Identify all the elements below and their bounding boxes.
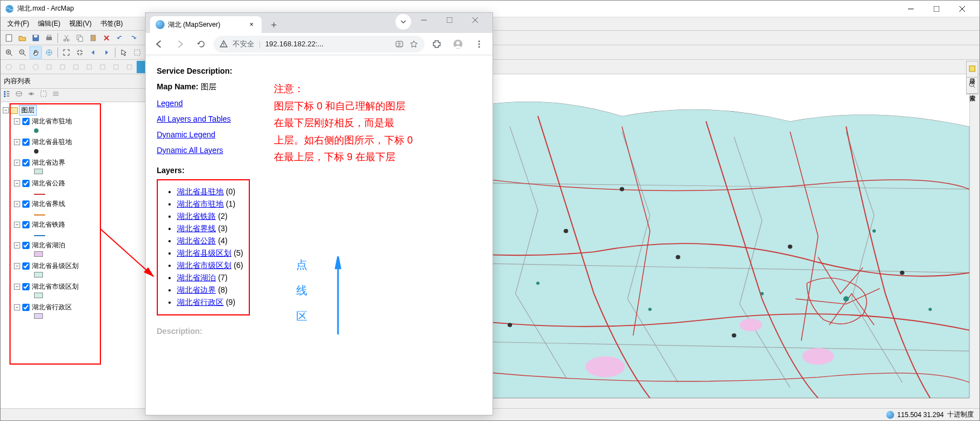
select-features-icon[interactable] [118,46,130,59]
zoom-in-icon[interactable] [3,46,15,59]
collapse-icon[interactable]: − [14,304,20,310]
menu-edit[interactable]: 编辑(E) [33,17,65,30]
layer-link[interactable]: 湖北省边界 [177,285,216,294]
collapse-icon[interactable]: − [14,139,20,145]
layer-item[interactable]: − 湖北省湖泊 [3,240,143,251]
browser-minimize-button[interactable] [411,12,437,28]
root-label[interactable]: 图层 [19,105,37,116]
maximize-button[interactable] [924,1,949,17]
layer-visibility-checkbox[interactable] [22,242,30,249]
legend-link[interactable]: Legend [157,99,183,108]
menu-icon[interactable] [470,35,488,53]
fixed-zoom-in-icon[interactable] [60,46,73,59]
collapse-icon[interactable]: − [14,160,20,166]
address-bar[interactable]: 不安全 | 192.168.182.22:... 文 [214,36,424,52]
toc-list-by-drawing-icon[interactable] [3,90,14,101]
zoom-out-icon[interactable] [16,46,28,59]
layer-visibility-checkbox[interactable] [22,262,30,270]
menu-view[interactable]: 视图(V) [65,17,96,30]
map-scrollbar-vertical[interactable] [969,74,979,398]
copy-icon[interactable] [74,32,86,44]
pan-icon[interactable] [30,46,42,59]
open-icon[interactable] [16,32,28,44]
layer-link[interactable]: 湖北省县驻地 [177,187,224,196]
layer-visibility-checkbox[interactable] [22,118,30,125]
reload-button[interactable] [192,35,210,53]
layer-visibility-checkbox[interactable] [22,138,30,146]
layer-link[interactable]: 湖北省行政区 [177,298,224,307]
prev-extent-icon[interactable] [87,46,99,59]
paste-icon[interactable] [87,32,99,44]
all-layers-link[interactable]: All Layers and Tables [157,114,231,123]
security-warning-icon[interactable] [219,40,228,49]
layer-visibility-checkbox[interactable] [22,159,30,166]
profile-icon[interactable] [449,35,467,53]
collapse-icon[interactable]: − [14,242,20,248]
layer-item[interactable]: − 湖北省县级区划 [3,261,143,271]
close-button[interactable] [949,1,975,17]
layer-visibility-checkbox[interactable] [22,304,30,311]
translate-icon[interactable]: 文 [394,39,404,49]
collapse-icon[interactable]: − [14,284,20,290]
minimize-button[interactable] [898,1,924,17]
layer-item[interactable]: − 湖北省行政区 [3,302,143,313]
full-extent-icon[interactable] [43,46,55,59]
browser-close-button[interactable] [462,12,488,28]
collapse-icon[interactable]: − [14,263,20,269]
tree-root[interactable]: − 图层 [3,104,143,116]
browser-maximize-button[interactable] [437,12,462,28]
save-icon[interactable] [30,32,42,44]
delete-icon[interactable] [100,32,113,44]
dynamic-legend-link[interactable]: Dynamic Legend [157,130,215,139]
layer-link[interactable]: 湖北省市驻地 [177,199,224,208]
layer-visibility-checkbox[interactable] [22,200,30,208]
print-icon[interactable] [43,32,55,44]
dock-tab-catalog[interactable]: 目录 [967,61,978,78]
extensions-icon[interactable] [428,35,446,53]
toc-options-icon[interactable] [52,90,63,101]
layer-visibility-checkbox[interactable] [22,180,30,187]
layer-link[interactable]: 湖北省县级区划 [177,248,231,257]
bookmark-star-icon[interactable] [409,39,419,49]
layer-link[interactable]: 湖北省公路 [177,236,216,245]
layer-link[interactable]: 湖北省市级区划 [177,261,231,270]
tab-close-icon[interactable]: × [247,20,256,29]
clear-selection-icon[interactable] [131,46,143,59]
layer-item[interactable]: − 湖北省界线 [3,199,143,209]
layer-item[interactable]: − 湖北省县驻地 [3,137,143,147]
layer-visibility-checkbox[interactable] [22,221,30,228]
dock-tab-search[interactable]: 搜索 [967,78,978,94]
layer-item[interactable]: − 湖北省边界 [3,157,143,168]
collapse-icon[interactable]: − [14,118,20,125]
toc-list-by-visibility-icon[interactable] [27,90,38,101]
collapse-icon[interactable]: − [14,222,20,228]
collapse-icon[interactable]: − [14,180,20,186]
toc-title: 内容列表 [1,74,145,89]
new-icon[interactable] [3,32,15,44]
undo-icon[interactable] [114,32,126,44]
back-button[interactable] [150,35,168,53]
tab-list-button[interactable] [395,14,411,30]
dynamic-all-layers-link[interactable]: Dynamic All Layers [157,146,223,155]
redo-icon[interactable] [127,32,139,44]
new-tab-button[interactable]: + [266,17,282,33]
layer-item[interactable]: − 湖北省市级区划 [3,281,143,292]
layer-item[interactable]: − 湖北省市驻地 [3,116,143,127]
cut-icon[interactable] [60,32,73,44]
collapse-icon[interactable]: − [14,201,20,207]
layer-link[interactable]: 湖北省铁路 [177,212,216,221]
next-extent-icon[interactable] [100,46,113,59]
layer-item[interactable]: − 湖北省公路 [3,178,143,189]
layer-item[interactable]: − 湖北省铁路 [3,219,143,230]
layer-visibility-checkbox[interactable] [22,283,30,290]
toc-list-by-source-icon[interactable] [15,90,26,101]
layer-link[interactable]: 湖北省界线 [177,224,216,233]
collapse-icon[interactable]: − [3,107,9,113]
menu-bookmark[interactable]: 书签(B) [96,17,127,30]
menu-file[interactable]: 文件(F) [3,17,33,30]
toc-list-by-selection-icon[interactable] [40,90,51,101]
fixed-zoom-out-icon[interactable] [74,46,86,59]
svg-rect-13 [79,37,83,41]
layer-link[interactable]: 湖北省湖泊 [177,273,216,282]
browser-tab[interactable]: 湖北 (MapServer) × [150,16,262,33]
